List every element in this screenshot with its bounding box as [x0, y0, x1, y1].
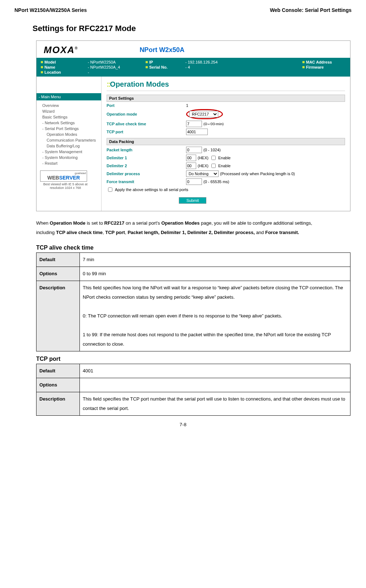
info-ip-value: - 192.168.126.254: [185, 60, 240, 64]
page-number: 7-8: [0, 422, 366, 427]
info-mac-label: MAC Address: [306, 60, 332, 64]
tcp-port-label: TCP port: [107, 130, 186, 134]
delimiter2-enable-label: Enable: [218, 164, 231, 168]
delimiter1-enable-checkbox[interactable]: [211, 156, 216, 160]
packet-length-input[interactable]: [186, 147, 202, 153]
delimiter2-enable-checkbox[interactable]: [211, 164, 216, 168]
sidebar: - Main Menu Overview Wizard Basic Settin…: [36, 77, 102, 211]
sidebar-item-data-buffering[interactable]: Data Buffering/Log: [40, 143, 101, 149]
webserver-logo: goahead WEBSERVER: [40, 170, 87, 182]
info-ip-label: IP: [149, 60, 153, 64]
sidebar-main-menu: - Main Menu: [36, 93, 101, 100]
embedded-screenshot: MOXA® NPort W2x50A Model Name Location -…: [36, 40, 350, 211]
sidebar-item-restart[interactable]: - Restart: [40, 160, 101, 166]
port-settings-header: Port Settings: [107, 95, 345, 102]
info-bar: Model Name Location - NPortW2250A - NPor…: [36, 58, 350, 77]
tcp-alive-hint: (0 - 99 min): [203, 122, 224, 126]
tcp-port-table: Default 4001 Options Description This fi…: [36, 364, 350, 416]
tcp-alive-desc-label: Description: [36, 281, 80, 351]
tcp-port-default-label: Default: [36, 364, 80, 378]
opmode-highlight-icon: RFC2217: [186, 109, 223, 119]
delimiter1-enable-label: Enable: [218, 156, 231, 160]
info-model-label: Model: [44, 60, 56, 64]
tcp-alive-input[interactable]: [186, 121, 202, 127]
header-right: Web Console: Serial Port Settings: [270, 7, 352, 13]
info-name-label: Name: [44, 65, 55, 69]
sidebar-item-overview[interactable]: Overview: [40, 103, 101, 108]
packet-length-label: Packet length: [107, 148, 186, 152]
info-location-label: Location: [44, 70, 61, 74]
sidebar-item-wizard[interactable]: Wizard: [40, 108, 101, 114]
tcp-alive-default-value: 7 min: [80, 253, 350, 267]
info-name-value: - NPortW2250A_4: [88, 65, 142, 69]
submit-button[interactable]: Submit: [179, 197, 206, 204]
tcp-alive-label: TCP alive check time: [107, 122, 186, 126]
tcp-port-desc-value: This field specifies the TCP port number…: [80, 392, 350, 416]
force-transmit-input[interactable]: [186, 178, 202, 185]
force-transmit-label: Force transmit: [107, 180, 186, 184]
tcp-port-input[interactable]: [186, 129, 208, 135]
info-fw-label: Firmware: [306, 65, 324, 69]
packet-length-hint: (0 - 1024): [203, 148, 221, 152]
apply-all-checkbox[interactable]: [108, 187, 112, 192]
opmode-label: Operation mode: [107, 112, 186, 116]
tcp-port-default-value: 4001: [80, 364, 350, 378]
tcp-alive-default-label: Default: [36, 253, 80, 267]
tcp-alive-options-label: Options: [36, 267, 80, 281]
delimiter-process-label: Delimiter process: [107, 172, 186, 176]
device-title: NPort W2x50A: [139, 46, 184, 54]
sidebar-item-comm-params[interactable]: Communication Parameters: [40, 137, 101, 143]
sidebar-item-serial-port-settings[interactable]: - Serial Port Settings: [40, 126, 101, 131]
tcp-alive-options-value: 0 to 99 min: [80, 267, 350, 281]
operation-modes-title: ::Operation Modes: [107, 80, 345, 88]
tcp-port-desc-label: Description: [36, 392, 80, 416]
delimiter2-label: Delimiter 2: [107, 164, 186, 168]
tcp-alive-table: Default 7 min Options 0 to 99 min Descri…: [36, 252, 350, 351]
tcp-alive-desc-value: This field specifies how long the NPort …: [80, 281, 350, 351]
header-left: NPort W2150A/W2250A Series: [14, 7, 87, 13]
tcp-alive-heading: TCP alive check time: [36, 245, 352, 251]
info-serial-value: - 4: [185, 65, 240, 69]
delimiter2-input[interactable]: [186, 163, 196, 169]
delimiter2-hex: (HEX): [198, 164, 208, 168]
port-label: Port: [107, 103, 186, 108]
info-location-value: -: [88, 70, 142, 74]
info-serial-label: Serial No.: [149, 65, 168, 69]
page-header: NPort W2150A/W2250A Series Web Console: …: [14, 7, 352, 13]
sidebar-item-system-mgmt[interactable]: - System Management: [40, 149, 101, 155]
delimiter-process-hint: (Processed only when Packing length is 0…: [220, 172, 295, 176]
data-packing-header: Data Packing: [107, 138, 345, 145]
port-value: 1: [186, 103, 188, 108]
info-model-value: - NPortW2250A: [88, 60, 142, 64]
delimiter1-hex: (HEX): [198, 156, 208, 160]
intro-paragraph: When Operation Mode is set to RFC2217 on…: [36, 219, 330, 237]
delimiter-process-select[interactable]: Do Nothing: [186, 170, 219, 177]
main-panel: ::Operation Modes Port Settings Port 1 O…: [102, 77, 350, 211]
sidebar-item-operation-modes[interactable]: Operation Modes: [40, 131, 101, 137]
tcp-port-options-label: Options: [36, 378, 80, 392]
moxa-logo: MOXA®: [44, 44, 78, 56]
sidebar-item-network-settings[interactable]: - Network Settings: [40, 120, 101, 126]
opmode-select[interactable]: RFC2217: [189, 111, 218, 117]
tcp-port-options-value: [80, 378, 350, 392]
tcp-port-heading: TCP port: [36, 356, 352, 362]
section-heading: Settings for RFC2217 Mode: [33, 24, 352, 33]
delimiter1-input[interactable]: [186, 155, 196, 161]
force-transmit-hint: (0 - 65535 ms): [203, 180, 229, 184]
sidebar-item-system-monitoring[interactable]: - System Monitoring: [40, 155, 101, 160]
webserver-note: Best viewed with IE 5 above at resolutio…: [40, 182, 91, 190]
apply-all-label: Apply the above settings to all serial p…: [115, 187, 188, 192]
sidebar-item-basic-settings[interactable]: Basic Settings: [40, 114, 101, 120]
delimiter1-label: Delimiter 1: [107, 156, 186, 160]
